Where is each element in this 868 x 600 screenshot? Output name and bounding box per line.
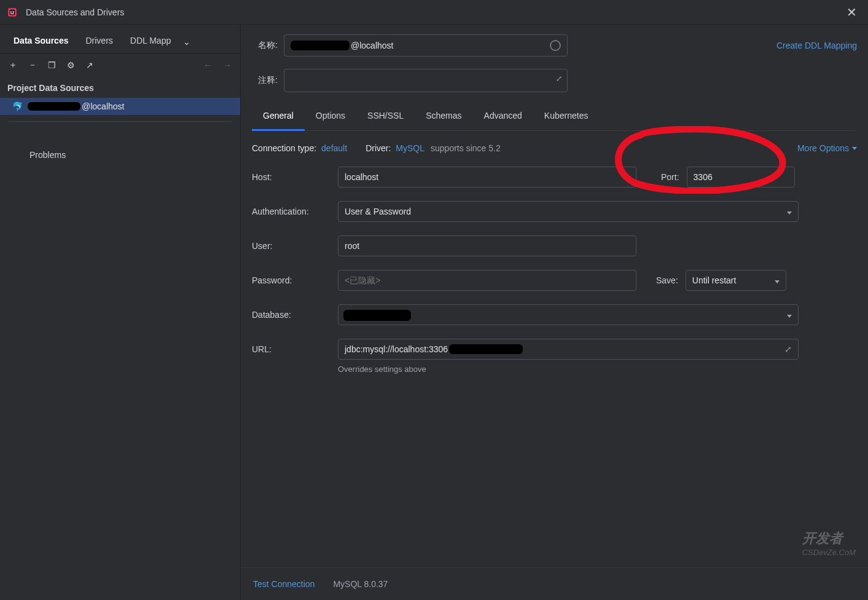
gear-icon[interactable]: ⚙ [67, 60, 75, 70]
more-options-link[interactable]: More Options [797, 143, 857, 153]
tab-data-sources[interactable]: Data Sources [5, 31, 77, 53]
tab-drivers[interactable]: Drivers [77, 31, 121, 53]
window-title: Data Sources and Drivers [26, 7, 842, 17]
color-picker-icon[interactable] [550, 40, 561, 51]
datasource-label: @localhost [82, 101, 124, 111]
redacted-text [291, 41, 350, 50]
url-label: URL: [252, 344, 338, 354]
redacted-text [343, 310, 411, 321]
save-select[interactable]: Until restart [686, 270, 786, 291]
tab-schemas[interactable]: Schemas [415, 105, 472, 130]
create-ddl-mapping-link[interactable]: Create DDL Mapping [776, 41, 857, 50]
close-icon[interactable]: ✕ [842, 2, 862, 22]
tab-ssh-ssl[interactable]: SSH/SSL [356, 105, 415, 130]
mysql-icon: 🐬 [12, 101, 23, 111]
chevron-down-icon [775, 275, 780, 285]
tab-general[interactable]: General [252, 105, 305, 131]
port-label: Port: [661, 172, 679, 182]
redacted-text [449, 344, 523, 354]
tab-kubernetes[interactable]: Kubernetes [533, 105, 600, 130]
url-override-hint: Overrides settings above [338, 365, 857, 374]
connection-type-link[interactable]: default [321, 143, 347, 153]
add-icon[interactable]: ＋ [9, 60, 17, 71]
nav-back-icon[interactable]: ← [203, 60, 212, 70]
externalize-icon[interactable]: ↗ [86, 60, 93, 70]
password-label: Password: [252, 275, 338, 285]
main-panel: 名称: @localhost Create DDL Mapping 注释: ⤢ … [241, 25, 868, 600]
tab-ddl-mappings[interactable]: DDL Mapp [122, 31, 179, 53]
datasource-item[interactable]: 🐬 @localhost [0, 98, 240, 115]
comment-label: 注释: [252, 75, 284, 86]
name-input[interactable]: @localhost [284, 34, 568, 57]
remove-icon[interactable]: － [28, 60, 37, 71]
chevron-down-icon [787, 207, 792, 216]
port-input[interactable] [687, 167, 795, 188]
save-label: Save: [656, 275, 678, 285]
connection-type-label: Connection type: [252, 143, 316, 153]
name-label: 名称: [252, 40, 284, 51]
app-icon: IJ [6, 6, 18, 18]
connection-footer: Test Connection MySQL 8.0.37 [241, 567, 868, 600]
host-input[interactable] [338, 167, 636, 188]
user-input[interactable] [338, 235, 636, 256]
driver-label: Driver: [366, 143, 391, 153]
database-select[interactable] [338, 304, 799, 325]
comment-input[interactable]: ⤢ [284, 69, 568, 92]
auth-select[interactable]: User & Password [338, 201, 799, 222]
url-input[interactable]: jdbc:mysql://localhost:3306 ⤢ [338, 339, 799, 360]
nav-forward-icon[interactable]: → [223, 60, 232, 70]
host-label: Host: [252, 172, 338, 182]
section-project-data-sources: Project Data Sources [0, 77, 240, 98]
svg-text:IJ: IJ [10, 10, 14, 15]
expand-icon[interactable]: ⤢ [556, 74, 562, 83]
test-connection-link[interactable]: Test Connection [253, 579, 315, 589]
tab-overflow-icon[interactable]: ⌄ [183, 37, 190, 47]
driver-link[interactable]: MySQL [396, 143, 424, 153]
expand-icon[interactable]: ⤢ [784, 344, 792, 354]
password-input[interactable] [338, 270, 636, 291]
problems-item[interactable]: Problems [0, 146, 240, 164]
user-label: User: [252, 241, 338, 251]
database-label: Database: [252, 310, 338, 320]
sidebar-toolbar: ＋ － ❐ ⚙ ↗ ← → [0, 53, 240, 77]
redacted-text [28, 102, 80, 111]
tab-options[interactable]: Options [305, 105, 356, 130]
sidebar: Data Sources Drivers DDL Mapp ⌄ ＋ － ❐ ⚙ … [0, 25, 241, 600]
sidebar-tabs: Data Sources Drivers DDL Mapp ⌄ [0, 25, 240, 53]
copy-icon[interactable]: ❐ [48, 60, 56, 70]
divider [9, 121, 232, 122]
detail-tabs: General Options SSH/SSL Schemas Advanced… [252, 105, 857, 131]
auth-label: Authentication: [252, 207, 338, 216]
db-version: MySQL 8.0.37 [333, 579, 388, 589]
driver-hint: supports since 5.2 [431, 143, 501, 153]
chevron-down-icon [787, 310, 792, 320]
tab-advanced[interactable]: Advanced [473, 105, 533, 130]
